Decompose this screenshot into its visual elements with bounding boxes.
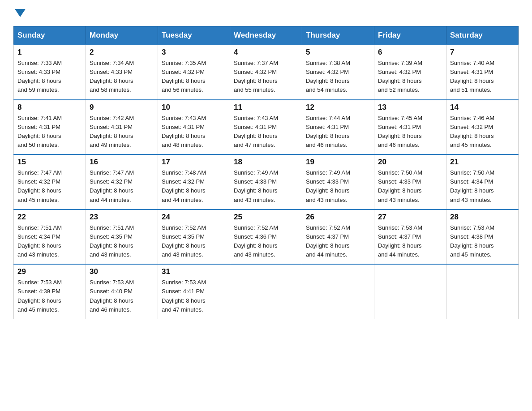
day-info: Sunrise: 7:52 AMSunset: 4:36 PMDaylight:… — [234, 224, 278, 258]
day-number: 9 — [90, 103, 154, 112]
day-info: Sunrise: 7:49 AMSunset: 4:33 PMDaylight:… — [306, 169, 350, 203]
day-number: 10 — [162, 103, 226, 112]
day-number: 8 — [17, 103, 82, 112]
calendar-day-7: 7Sunrise: 7:40 AMSunset: 4:31 PMDaylight… — [446, 45, 519, 100]
day-number: 22 — [17, 213, 82, 222]
day-info: Sunrise: 7:47 AMSunset: 4:32 PMDaylight:… — [17, 169, 62, 203]
calendar-day-26: 26Sunrise: 7:52 AMSunset: 4:37 PMDayligh… — [302, 210, 374, 265]
logo-blue-text — [13, 9, 26, 18]
calendar-week-row: 8Sunrise: 7:41 AMSunset: 4:31 PMDaylight… — [14, 100, 519, 155]
day-number: 24 — [162, 213, 226, 222]
calendar-day-14: 14Sunrise: 7:46 AMSunset: 4:32 PMDayligh… — [446, 100, 519, 155]
day-info: Sunrise: 7:38 AMSunset: 4:32 PMDaylight:… — [306, 60, 350, 93]
day-number: 21 — [450, 158, 515, 167]
calendar-header: SundayMondayTuesdayWednesdayThursdayFrid… — [14, 26, 519, 45]
calendar-day-3: 3Sunrise: 7:35 AMSunset: 4:32 PMDaylight… — [158, 45, 230, 100]
day-number: 31 — [162, 267, 226, 276]
day-info: Sunrise: 7:47 AMSunset: 4:32 PMDaylight:… — [90, 169, 134, 203]
day-number: 25 — [234, 213, 298, 222]
day-info: Sunrise: 7:35 AMSunset: 4:32 PMDaylight:… — [162, 60, 206, 93]
day-number: 4 — [234, 48, 298, 57]
calendar-body: 1Sunrise: 7:33 AMSunset: 4:33 PMDaylight… — [14, 45, 519, 319]
calendar-day-10: 10Sunrise: 7:43 AMSunset: 4:31 PMDayligh… — [158, 100, 230, 155]
weekday-header-wednesday: Wednesday — [230, 26, 302, 45]
day-info: Sunrise: 7:42 AMSunset: 4:31 PMDaylight:… — [90, 115, 134, 148]
day-info: Sunrise: 7:50 AMSunset: 4:33 PMDaylight:… — [378, 169, 422, 203]
calendar-day-28: 28Sunrise: 7:53 AMSunset: 4:38 PMDayligh… — [446, 210, 519, 265]
weekday-header-tuesday: Tuesday — [158, 26, 230, 45]
calendar-day-23: 23Sunrise: 7:51 AMSunset: 4:35 PMDayligh… — [86, 210, 158, 265]
page-header — [13, 9, 519, 18]
calendar-day-18: 18Sunrise: 7:49 AMSunset: 4:33 PMDayligh… — [230, 154, 302, 210]
day-number: 6 — [378, 48, 442, 57]
day-info: Sunrise: 7:50 AMSunset: 4:34 PMDaylight:… — [450, 169, 494, 203]
day-number: 20 — [378, 158, 442, 167]
logo — [13, 9, 26, 18]
calendar-day-29: 29Sunrise: 7:53 AMSunset: 4:39 PMDayligh… — [14, 264, 86, 319]
day-info: Sunrise: 7:39 AMSunset: 4:32 PMDaylight:… — [378, 60, 422, 93]
calendar-day-31: 31Sunrise: 7:53 AMSunset: 4:41 PMDayligh… — [158, 264, 230, 319]
calendar-day-17: 17Sunrise: 7:48 AMSunset: 4:32 PMDayligh… — [158, 154, 230, 210]
weekday-header-saturday: Saturday — [446, 26, 519, 45]
day-number: 17 — [162, 158, 226, 167]
day-info: Sunrise: 7:43 AMSunset: 4:31 PMDaylight:… — [234, 115, 278, 148]
calendar-day-21: 21Sunrise: 7:50 AMSunset: 4:34 PMDayligh… — [446, 154, 519, 210]
day-info: Sunrise: 7:46 AMSunset: 4:32 PMDaylight:… — [450, 115, 494, 148]
day-info: Sunrise: 7:43 AMSunset: 4:31 PMDaylight:… — [162, 115, 206, 148]
day-number: 13 — [378, 103, 442, 112]
weekday-header-sunday: Sunday — [14, 26, 86, 45]
calendar-day-19: 19Sunrise: 7:49 AMSunset: 4:33 PMDayligh… — [302, 154, 374, 210]
day-info: Sunrise: 7:49 AMSunset: 4:33 PMDaylight:… — [234, 169, 278, 203]
day-info: Sunrise: 7:53 AMSunset: 4:41 PMDaylight:… — [162, 279, 206, 313]
calendar-day-6: 6Sunrise: 7:39 AMSunset: 4:32 PMDaylight… — [374, 45, 446, 100]
weekday-header-row: SundayMondayTuesdayWednesdayThursdayFrid… — [14, 26, 519, 45]
day-info: Sunrise: 7:41 AMSunset: 4:31 PMDaylight:… — [17, 115, 62, 148]
calendar-day-27: 27Sunrise: 7:53 AMSunset: 4:37 PMDayligh… — [374, 210, 446, 265]
day-number: 1 — [17, 48, 82, 57]
calendar-table: SundayMondayTuesdayWednesdayThursdayFrid… — [13, 26, 519, 319]
calendar-empty-cell — [230, 264, 302, 319]
calendar-week-row: 29Sunrise: 7:53 AMSunset: 4:39 PMDayligh… — [14, 264, 519, 319]
day-number: 30 — [90, 267, 154, 276]
day-number: 28 — [450, 213, 515, 222]
day-info: Sunrise: 7:44 AMSunset: 4:31 PMDaylight:… — [306, 115, 350, 148]
day-number: 15 — [17, 158, 82, 167]
calendar-day-22: 22Sunrise: 7:51 AMSunset: 4:34 PMDayligh… — [14, 210, 86, 265]
day-info: Sunrise: 7:51 AMSunset: 4:34 PMDaylight:… — [17, 224, 62, 258]
day-info: Sunrise: 7:53 AMSunset: 4:40 PMDaylight:… — [90, 279, 134, 313]
day-number: 2 — [90, 48, 154, 57]
day-info: Sunrise: 7:52 AMSunset: 4:37 PMDaylight:… — [306, 224, 350, 258]
day-info: Sunrise: 7:37 AMSunset: 4:32 PMDaylight:… — [234, 60, 278, 93]
calendar-day-15: 15Sunrise: 7:47 AMSunset: 4:32 PMDayligh… — [14, 154, 86, 210]
calendar-day-4: 4Sunrise: 7:37 AMSunset: 4:32 PMDaylight… — [230, 45, 302, 100]
day-number: 29 — [17, 267, 82, 276]
day-number: 14 — [450, 103, 515, 112]
calendar-day-9: 9Sunrise: 7:42 AMSunset: 4:31 PMDaylight… — [86, 100, 158, 155]
calendar-empty-cell — [374, 264, 446, 319]
calendar-day-20: 20Sunrise: 7:50 AMSunset: 4:33 PMDayligh… — [374, 154, 446, 210]
day-info: Sunrise: 7:52 AMSunset: 4:35 PMDaylight:… — [162, 224, 206, 258]
logo-triangle-icon — [15, 9, 26, 17]
calendar-day-5: 5Sunrise: 7:38 AMSunset: 4:32 PMDaylight… — [302, 45, 374, 100]
day-number: 27 — [378, 213, 442, 222]
day-info: Sunrise: 7:40 AMSunset: 4:31 PMDaylight:… — [450, 60, 494, 93]
calendar-week-row: 22Sunrise: 7:51 AMSunset: 4:34 PMDayligh… — [14, 210, 519, 265]
calendar-day-11: 11Sunrise: 7:43 AMSunset: 4:31 PMDayligh… — [230, 100, 302, 155]
day-info: Sunrise: 7:45 AMSunset: 4:31 PMDaylight:… — [378, 115, 422, 148]
calendar-day-30: 30Sunrise: 7:53 AMSunset: 4:40 PMDayligh… — [86, 264, 158, 319]
calendar-day-12: 12Sunrise: 7:44 AMSunset: 4:31 PMDayligh… — [302, 100, 374, 155]
calendar-week-row: 1Sunrise: 7:33 AMSunset: 4:33 PMDaylight… — [14, 45, 519, 100]
calendar-day-8: 8Sunrise: 7:41 AMSunset: 4:31 PMDaylight… — [14, 100, 86, 155]
weekday-header-friday: Friday — [374, 26, 446, 45]
day-info: Sunrise: 7:34 AMSunset: 4:33 PMDaylight:… — [90, 60, 134, 93]
day-info: Sunrise: 7:48 AMSunset: 4:32 PMDaylight:… — [162, 169, 206, 203]
calendar-day-24: 24Sunrise: 7:52 AMSunset: 4:35 PMDayligh… — [158, 210, 230, 265]
calendar-empty-cell — [446, 264, 519, 319]
day-number: 12 — [306, 103, 370, 112]
day-number: 5 — [306, 48, 370, 57]
day-info: Sunrise: 7:53 AMSunset: 4:37 PMDaylight:… — [378, 224, 422, 258]
calendar-week-row: 15Sunrise: 7:47 AMSunset: 4:32 PMDayligh… — [14, 154, 519, 210]
day-number: 19 — [306, 158, 370, 167]
day-number: 11 — [234, 103, 298, 112]
day-info: Sunrise: 7:33 AMSunset: 4:33 PMDaylight:… — [17, 60, 62, 93]
